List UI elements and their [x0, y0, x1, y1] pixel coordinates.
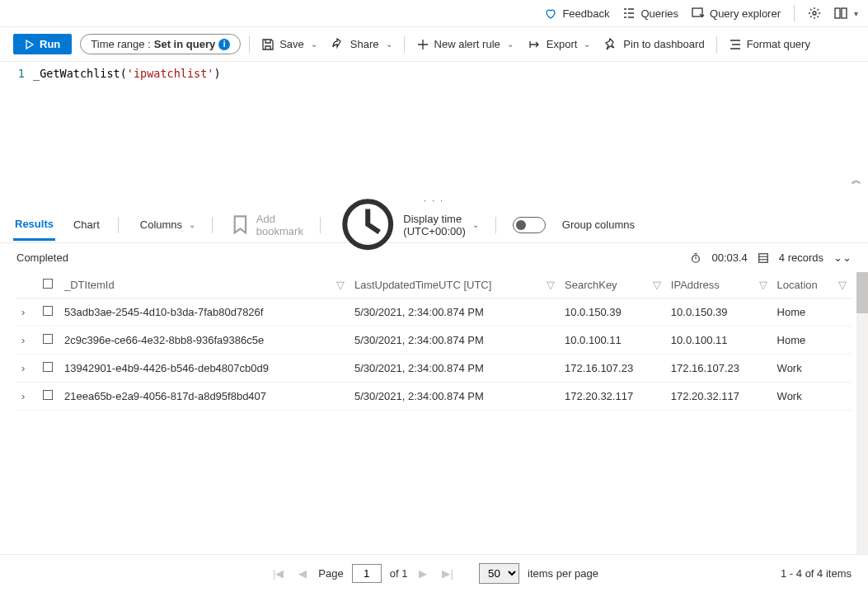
col-header[interactable]: Location▽ [772, 272, 852, 298]
page-input[interactable] [352, 564, 382, 583]
format-icon [729, 38, 742, 51]
cell-time: 5/30/2021, 2:34:00.874 PM [350, 383, 560, 411]
heart-icon [544, 7, 557, 20]
filter-icon[interactable]: ▽ [838, 279, 847, 291]
expand-chevron-icon[interactable]: ⌄⌄ [833, 251, 852, 264]
filter-icon[interactable]: ▽ [336, 279, 345, 291]
pagination-bar: |◀ ◀ Page of 1 ▶ ▶| 50 items per page 1 … [0, 554, 868, 592]
queries-icon [622, 7, 636, 20]
save-button[interactable]: Save ⌄ [258, 38, 321, 51]
filter-icon[interactable]: ▽ [547, 279, 555, 291]
run-label: Run [40, 38, 60, 50]
divider [320, 217, 321, 233]
next-page-button[interactable]: ▶ [415, 567, 430, 580]
query-explorer-icon [692, 7, 705, 20]
top-links-bar: Feedback Queries Query explorer ▾ [0, 0, 868, 27]
query-editor[interactable]: 1 _GetWatchlist('ipwatchlist') ︽ [0, 62, 868, 194]
queries-link[interactable]: Queries [622, 7, 678, 20]
svg-rect-3 [842, 8, 847, 18]
columns-button[interactable]: Columns ⌄ [135, 218, 195, 231]
cell-id: 13942901-e4b9-4426-b546-deb4807cb0d9 [59, 355, 350, 383]
settings-icon[interactable] [808, 7, 821, 20]
prev-page-button[interactable]: ◀ [295, 567, 310, 580]
select-all-checkbox[interactable] [38, 272, 59, 298]
bookmark-label: Add bookmark [256, 213, 303, 237]
run-button[interactable]: Run [13, 34, 72, 54]
play-icon [25, 40, 35, 49]
divider [404, 36, 405, 53]
vertical-scrollbar[interactable] [856, 272, 868, 554]
expand-row-button[interactable]: › [16, 327, 38, 355]
table-row: ›21eea65b-e2a9-4056-817d-a8d95f8bd4075/3… [16, 383, 852, 411]
query-explorer-link[interactable]: Query explorer [692, 7, 781, 20]
expand-row-button[interactable]: › [16, 355, 38, 383]
feedback-link[interactable]: Feedback [544, 7, 609, 20]
cell-time: 5/30/2021, 2:34:00.874 PM [350, 355, 560, 383]
cell-ip: 10.0.150.39 [666, 298, 772, 327]
col-header[interactable]: SearchKey▽ [560, 272, 666, 298]
tab-results[interactable]: Results [13, 209, 55, 241]
expand-row-button[interactable]: › [16, 383, 38, 411]
cell-id: 53adb3ae-2545-4d10-b3da-7fab80d7826f [59, 298, 350, 327]
page-label: Page [318, 567, 343, 580]
divider [249, 36, 250, 53]
share-button[interactable]: Share ⌄ [329, 38, 396, 51]
results-tabs-bar: Results Chart Columns ⌄ Add bookmark Dis… [0, 207, 868, 243]
feedback-label: Feedback [562, 7, 609, 20]
filter-icon[interactable]: ▽ [653, 279, 661, 291]
table-header-row: _DTItemId▽ LastUpdatedTimeUTC [UTC]▽ Sea… [16, 272, 852, 298]
plus-icon [416, 38, 429, 51]
add-bookmark-button: Add bookmark [229, 213, 303, 237]
per-page-select[interactable]: 50 [479, 563, 519, 584]
col-header[interactable]: LastUpdatedTimeUTC [UTC]▽ [350, 272, 560, 298]
expand-row-button[interactable]: › [16, 298, 38, 327]
divider [212, 217, 213, 233]
info-icon: i [218, 39, 230, 50]
divider [794, 5, 795, 21]
group-columns-toggle[interactable] [513, 217, 546, 233]
row-checkbox[interactable] [38, 383, 59, 411]
divider [716, 36, 717, 53]
results-table-wrap: _DTItemId▽ LastUpdatedTimeUTC [UTC]▽ Sea… [0, 272, 868, 554]
cell-ip: 172.16.107.23 [666, 355, 772, 383]
bookmark-icon [229, 214, 251, 236]
cell-id: 21eea65b-e2a9-4056-817d-a8d95f8bd407 [59, 383, 350, 411]
cell-searchkey: 10.0.150.39 [560, 298, 666, 327]
row-checkbox[interactable] [38, 355, 59, 383]
filter-icon[interactable]: ▽ [759, 279, 767, 291]
cell-id: 2c9c396e-ce66-4e32-8bb8-936fa9386c5e [59, 327, 350, 355]
col-header[interactable]: IPAddress▽ [666, 272, 772, 298]
chevron-down-icon: ⌄ [386, 40, 392, 49]
cell-time: 5/30/2021, 2:34:00.874 PM [350, 298, 560, 327]
panels-dropdown[interactable]: ▾ [834, 7, 858, 20]
row-checkbox[interactable] [38, 327, 59, 355]
cell-location: Home [772, 298, 852, 327]
new-alert-button[interactable]: New alert rule ⌄ [413, 38, 517, 51]
results-table: _DTItemId▽ LastUpdatedTimeUTC [UTC]▽ Sea… [16, 272, 852, 411]
save-icon [261, 38, 274, 51]
chevron-down-icon: ▾ [854, 9, 858, 18]
format-button[interactable]: Format query [725, 38, 814, 51]
time-range-picker[interactable]: Time range : Set in query i [80, 34, 241, 54]
pin-button[interactable]: Pin to dashboard [602, 38, 707, 51]
pin-label: Pin to dashboard [623, 38, 704, 50]
time-range-value: Set in query [154, 38, 215, 50]
col-header[interactable]: _DTItemId▽ [59, 272, 350, 298]
share-label: Share [350, 38, 379, 50]
export-button[interactable]: Export ⌄ [525, 38, 594, 51]
cell-location: Work [772, 383, 852, 411]
cell-location: Home [772, 327, 852, 355]
tab-chart[interactable]: Chart [72, 210, 101, 239]
row-checkbox[interactable] [38, 298, 59, 327]
last-page-button[interactable]: ▶| [439, 567, 456, 580]
chevron-down-icon: ⌄ [507, 40, 514, 49]
panels-icon [834, 7, 847, 20]
svg-rect-2 [835, 8, 840, 18]
chevron-down-icon: ⌄ [584, 40, 590, 49]
first-page-button[interactable]: |◀ [270, 567, 287, 580]
columns-label: Columns [140, 218, 182, 231]
cell-location: Work [772, 355, 852, 383]
line-number: 1 [0, 67, 33, 80]
scroll-collapse-icon[interactable]: ︽ [852, 173, 861, 187]
chevron-down-icon: ⌄ [311, 40, 317, 49]
